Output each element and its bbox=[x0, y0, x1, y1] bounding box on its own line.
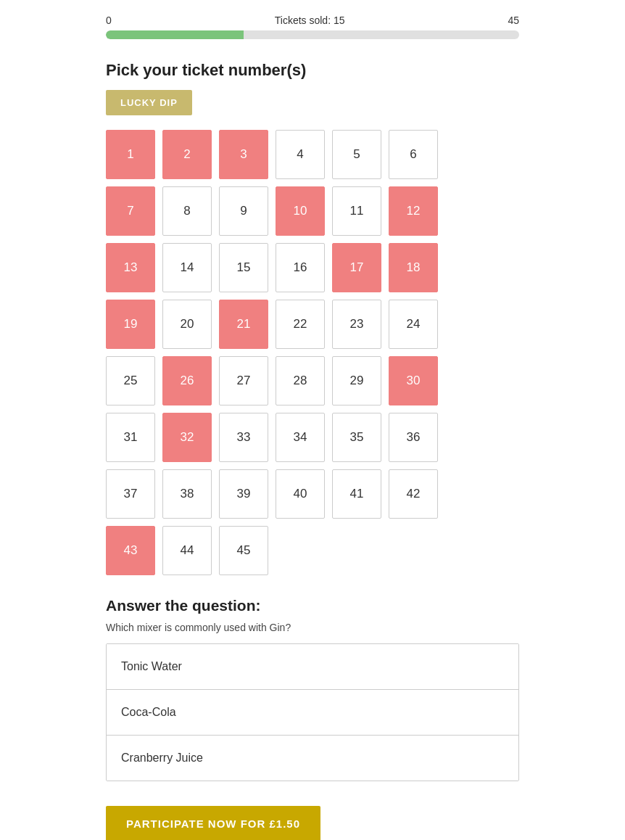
ticket-cell-8[interactable]: 8 bbox=[162, 186, 212, 236]
ticket-cell-31[interactable]: 31 bbox=[106, 413, 155, 462]
ticket-cell-45[interactable]: 45 bbox=[219, 526, 268, 575]
ticket-cell-42[interactable]: 42 bbox=[389, 469, 438, 519]
ticket-cell-10[interactable]: 10 bbox=[276, 186, 325, 236]
ticket-cell-25[interactable]: 25 bbox=[106, 356, 155, 405]
lucky-dip-button[interactable]: LUCKY DIP bbox=[106, 90, 192, 115]
ticket-cell-36[interactable]: 36 bbox=[389, 413, 438, 462]
ticket-cell-40[interactable]: 40 bbox=[276, 469, 325, 519]
ticket-cell-21[interactable]: 21 bbox=[219, 300, 268, 349]
ticket-cell-29[interactable]: 29 bbox=[332, 356, 381, 405]
ticket-cell-7[interactable]: 7 bbox=[106, 186, 155, 236]
ticket-cell-35[interactable]: 35 bbox=[332, 413, 381, 462]
answer-question: Which mixer is commonly used with Gin? bbox=[106, 622, 519, 633]
progress-bar-fill bbox=[106, 30, 244, 39]
ticket-cell-9[interactable]: 9 bbox=[219, 186, 268, 236]
ticket-cell-43[interactable]: 43 bbox=[106, 526, 155, 575]
ticket-cell-2[interactable]: 2 bbox=[162, 130, 212, 179]
ticket-cell-19[interactable]: 19 bbox=[106, 300, 155, 349]
ticket-cell-30[interactable]: 30 bbox=[389, 356, 438, 405]
ticket-cell-11[interactable]: 11 bbox=[332, 186, 381, 236]
answer-option-tonic-water[interactable]: Tonic Water bbox=[107, 644, 518, 690]
progress-section: 0 Tickets sold: 15 45 bbox=[106, 15, 519, 39]
progress-max-label: 45 bbox=[508, 15, 519, 26]
ticket-cell-3[interactable]: 3 bbox=[219, 130, 268, 179]
progress-min-label: 0 bbox=[106, 15, 112, 26]
ticket-cell-32[interactable]: 32 bbox=[162, 413, 212, 462]
ticket-cell-15[interactable]: 15 bbox=[219, 243, 268, 292]
ticket-cell-17[interactable]: 17 bbox=[332, 243, 381, 292]
answer-option-coca-cola[interactable]: Coca-Cola bbox=[107, 690, 518, 736]
ticket-cell-16[interactable]: 16 bbox=[276, 243, 325, 292]
progress-bar-track bbox=[106, 30, 519, 39]
answer-option-cranberry-juice[interactable]: Cranberry Juice bbox=[107, 736, 518, 781]
ticket-cell-14[interactable]: 14 bbox=[162, 243, 212, 292]
ticket-cell-6[interactable]: 6 bbox=[389, 130, 438, 179]
ticket-cell-20[interactable]: 20 bbox=[162, 300, 212, 349]
ticket-cell-28[interactable]: 28 bbox=[276, 356, 325, 405]
ticket-cell-38[interactable]: 38 bbox=[162, 469, 212, 519]
ticket-cell-24[interactable]: 24 bbox=[389, 300, 438, 349]
answer-title: Answer the question: bbox=[106, 597, 519, 614]
ticket-cell-13[interactable]: 13 bbox=[106, 243, 155, 292]
ticket-cell-22[interactable]: 22 bbox=[276, 300, 325, 349]
participate-button[interactable]: PARTICIPATE NOW FOR £1.50 bbox=[106, 806, 320, 840]
answer-options: Tonic WaterCoca-ColaCranberry Juice bbox=[106, 643, 519, 781]
ticket-cell-5[interactable]: 5 bbox=[332, 130, 381, 179]
ticket-cell-1[interactable]: 1 bbox=[106, 130, 155, 179]
progress-center-label: Tickets sold: 15 bbox=[112, 15, 508, 26]
progress-labels: 0 Tickets sold: 15 45 bbox=[106, 15, 519, 26]
ticket-cell-23[interactable]: 23 bbox=[332, 300, 381, 349]
ticket-cell-26[interactable]: 26 bbox=[162, 356, 212, 405]
pick-title: Pick your ticket number(s) bbox=[106, 61, 519, 80]
ticket-grid: 1234567891011121314151617181920212223242… bbox=[106, 130, 519, 575]
ticket-cell-39[interactable]: 39 bbox=[219, 469, 268, 519]
ticket-cell-4[interactable]: 4 bbox=[276, 130, 325, 179]
ticket-cell-44[interactable]: 44 bbox=[162, 526, 212, 575]
ticket-cell-34[interactable]: 34 bbox=[276, 413, 325, 462]
ticket-cell-27[interactable]: 27 bbox=[219, 356, 268, 405]
ticket-cell-12[interactable]: 12 bbox=[389, 186, 438, 236]
ticket-cell-37[interactable]: 37 bbox=[106, 469, 155, 519]
ticket-cell-18[interactable]: 18 bbox=[389, 243, 438, 292]
ticket-cell-41[interactable]: 41 bbox=[332, 469, 381, 519]
answer-section: Answer the question: Which mixer is comm… bbox=[106, 597, 519, 781]
ticket-cell-33[interactable]: 33 bbox=[219, 413, 268, 462]
pick-section: Pick your ticket number(s) LUCKY DIP 123… bbox=[106, 61, 519, 575]
